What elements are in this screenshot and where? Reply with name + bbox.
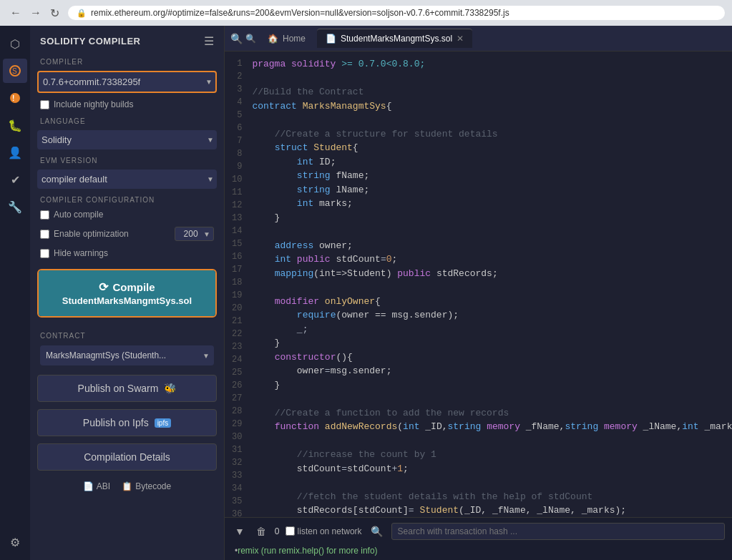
sidebar-icon-home[interactable]: ⬡ (3, 31, 27, 56)
language-select[interactable]: Solidity (40, 132, 207, 148)
search-transaction-box (391, 523, 725, 540)
url-bar[interactable]: 🔒 remix.ethereum.org/#optimize=false&run… (68, 6, 725, 20)
tab-solidity-file[interactable]: 📄 StudentMarksMangmtSys.sol ✕ (317, 29, 472, 48)
bytecode-link[interactable]: 📋 Bytecode (122, 481, 171, 491)
sidebar-icon-deploy[interactable]: ! (3, 86, 27, 110)
optimization-value-input[interactable] (178, 229, 203, 239)
compile-btn-line1: ⟳ Compile (99, 280, 155, 294)
svg-text:!: ! (12, 94, 14, 102)
back-button[interactable]: ← (7, 5, 24, 21)
sidebar-icon-compiler[interactable]: S (3, 59, 27, 83)
language-select-wrap: Solidity ▼ (37, 130, 217, 149)
network-checkbox-row: listen on network (286, 526, 362, 536)
bytecode-label: Bytecode (135, 481, 171, 491)
hide-warnings-row: Hide warnings (30, 245, 224, 262)
nightly-builds-label: Include nightly builds (54, 99, 133, 109)
listen-network-checkbox[interactable] (286, 526, 295, 536)
publish-swarm-button[interactable]: Publish on Swarm 🐝 (37, 375, 217, 402)
contract-select-wrap: MarksManagmtSys (Studenth... ▼ (40, 345, 214, 365)
compiler-panel: SOLIDITY COMPILER ☰ COMPILER 0.7.6+commi… (30, 26, 225, 560)
swarm-icon: 🐝 (164, 383, 176, 394)
bytecode-icon: 📋 (122, 481, 132, 491)
compiler-version-select[interactable]: 0.7.6+commit.7338295f (42, 74, 205, 90)
enable-optimization-label: Enable optimization (54, 229, 170, 239)
browser-bar: ← → ↻ 🔒 remix.ethereum.org/#optimize=fal… (0, 0, 732, 26)
main-content: ⬡ S ! 🐛 👤 ✔ 🔧 ⚙ SOLIDITY COMPILER ☰ COMP… (0, 26, 732, 560)
hide-warnings-checkbox[interactable] (40, 249, 49, 258)
tab-zoom-icon[interactable]: 🔍 (245, 34, 256, 44)
icon-sidebar: ⬡ S ! 🐛 👤 ✔ 🔧 ⚙ (0, 26, 30, 560)
publish-ipfs-label: Publish on Ipfs (83, 417, 149, 428)
sidebar-icon-user[interactable]: 👤 (3, 140, 27, 164)
sidebar-icon-tools[interactable]: 🔧 (3, 195, 27, 219)
compiler-version-arrow: ▼ (205, 78, 213, 86)
nav-buttons: ← → ↻ (7, 5, 62, 21)
bottom-clear-button[interactable]: 🗑 (253, 524, 269, 539)
lock-icon: 🔒 (77, 9, 87, 18)
sidebar-icon-check[interactable]: ✔ (3, 167, 27, 192)
file-tab-label: StudentMarksMangmtSys.sol (341, 34, 452, 44)
sidebar-icon-settings[interactable]: ⚙ (3, 530, 27, 554)
compile-button[interactable]: ⟳ Compile StudentMarksMangmtSys.sol (39, 270, 215, 316)
tab-close-icon[interactable]: ✕ (457, 34, 464, 44)
editor-tabs: 🔍 🔍 🏠 Home 📄 StudentMarksMangmtSys.sol ✕ (225, 26, 732, 51)
evm-label: EVM VERSION (30, 152, 224, 167)
compile-btn-filename: StudentMarksMangmtSys.sol (62, 295, 192, 306)
compiler-label: COMPILER (30, 54, 224, 68)
compile-refresh-icon: ⟳ (99, 280, 108, 294)
search-transaction-input[interactable] (398, 526, 718, 536)
auto-compile-checkbox[interactable] (40, 210, 49, 220)
nightly-builds-checkbox[interactable] (40, 100, 49, 109)
language-arrow: ▼ (207, 136, 214, 144)
language-label: LANGUAGE (30, 113, 224, 127)
svg-text:S: S (12, 67, 17, 75)
forward-button[interactable]: → (27, 5, 44, 21)
publish-ipfs-button[interactable]: Publish on Ipfs ipfs (37, 409, 217, 436)
compile-btn-text: Compile (112, 281, 155, 293)
bottom-counter: 0 (275, 526, 280, 536)
code-area[interactable]: 12345 678910 1112131415 1617181920 21222… (225, 51, 732, 517)
publish-swarm-label: Publish on Swarm (78, 383, 159, 394)
listen-network-label: listen on network (298, 526, 362, 536)
optimization-value-wrap: ▼ (175, 227, 214, 241)
abi-link[interactable]: 📄 ABI (83, 481, 110, 491)
abi-icon: 📄 (83, 481, 94, 491)
bottom-links: 📄 ABI 📋 Bytecode (30, 474, 224, 498)
nightly-builds-row: Include nightly builds (30, 96, 224, 113)
code-content[interactable]: pragma solidity >= 0.7.0<0.8.0; //Build … (246, 51, 732, 517)
compiler-version-wrap: 0.7.6+commit.7338295f ▼ (37, 71, 217, 93)
contract-section: CONTRACT MarksManagmtSys (Studenth... ▼ (30, 325, 224, 371)
compilation-details-button[interactable]: Compilation Details (37, 443, 217, 471)
hide-warnings-label: Hide warnings (54, 248, 108, 258)
contract-arrow: ▼ (202, 352, 210, 360)
auto-compile-label: Auto compile (54, 210, 103, 220)
compilation-details-label: Compilation Details (84, 451, 170, 463)
bottom-bar: ▼ 🗑 0 listen on network 🔍 • remix (run r… (225, 517, 732, 560)
opt-arrow: ▼ (203, 230, 210, 238)
evm-select[interactable]: compiler default (40, 171, 207, 187)
remix-output-text: remix (run remix.help() for more info) (238, 546, 377, 556)
url-text: remix.ethereum.org/#optimize=false&runs=… (91, 8, 509, 18)
refresh-button[interactable]: ↻ (47, 5, 62, 21)
evm-arrow: ▼ (207, 175, 214, 183)
panel-menu-button[interactable]: ☰ (204, 34, 214, 48)
editor-area: 🔍 🔍 🏠 Home 📄 StudentMarksMangmtSys.sol ✕… (225, 26, 732, 560)
enable-optimization-checkbox[interactable] (40, 230, 49, 239)
contract-select[interactable]: MarksManagmtSys (Studenth... (44, 347, 202, 364)
bottom-arrow-button[interactable]: ▼ (232, 524, 248, 539)
home-tab-label: Home (283, 34, 306, 44)
sidebar-icon-debug[interactable]: 🐛 (3, 113, 27, 137)
config-label: COMPILER CONFIGURATION (30, 192, 224, 206)
compile-button-wrap: ⟳ Compile StudentMarksMangmtSys.sol (37, 269, 217, 318)
home-tab-icon: 🏠 (268, 34, 278, 44)
tab-home[interactable]: 🏠 Home (259, 29, 314, 48)
contract-label: CONTRACT (40, 332, 214, 343)
compiler-title: SOLIDITY COMPILER (40, 36, 140, 46)
tab-search-icon[interactable]: 🔍 (230, 33, 243, 44)
auto-compile-row: Auto compile (30, 206, 224, 223)
file-tab-icon: 📄 (326, 34, 336, 44)
line-numbers: 12345 678910 1112131415 1617181920 21222… (225, 51, 246, 517)
search-bottom-icon[interactable]: 🔍 (368, 524, 386, 539)
bottom-row2: • remix (run remix.help() for more info) (232, 546, 725, 556)
abi-label: ABI (97, 481, 110, 491)
